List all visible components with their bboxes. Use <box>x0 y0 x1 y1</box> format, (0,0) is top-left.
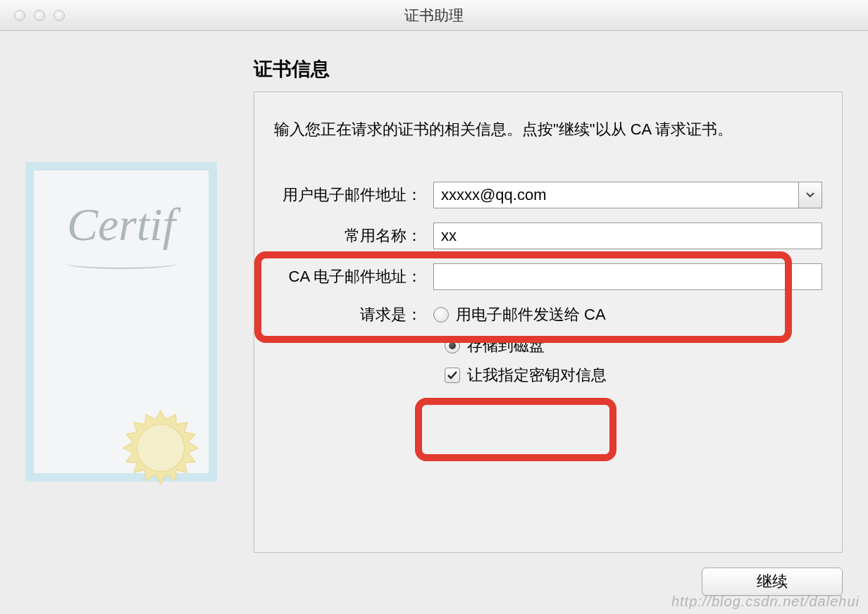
window-title: 证书助理 <box>0 6 868 25</box>
radio-icon <box>445 338 460 353</box>
label-request-is: 请求是： <box>274 304 433 325</box>
traffic-lights <box>0 10 65 21</box>
radio-save-to-disk[interactable]: 存储到磁盘 <box>445 335 822 356</box>
form-panel: 输入您正在请求的证书的相关信息。点按"继续"以从 CA 请求证书。 用户电子邮件… <box>254 92 843 553</box>
label-common-name: 常用名称： <box>274 225 433 246</box>
checkmark-icon <box>447 370 458 381</box>
radio-save-to-disk-label: 存储到磁盘 <box>467 335 545 356</box>
radio-icon <box>433 307 449 322</box>
label-ca-email: CA 电子邮件地址： <box>274 266 433 287</box>
svg-point-0 <box>137 425 184 472</box>
certificate-seal-icon <box>111 406 210 504</box>
label-user-email: 用户电子邮件地址： <box>274 184 433 206</box>
content-area: Certif 证书信息 输入您正在请求的证书的相关信息。点按"继续"以从 CA … <box>0 31 868 553</box>
continue-button[interactable]: 继续 <box>702 568 843 596</box>
certificate-script-text: Certif <box>67 201 175 248</box>
user-email-dropdown-button[interactable] <box>798 182 822 208</box>
checkbox-specify-keypair[interactable]: 让我指定密钥对信息 <box>445 365 822 386</box>
annotation-highlight-options <box>415 398 616 461</box>
row-user-email: 用户电子邮件地址： <box>274 182 822 208</box>
certificate-underline <box>65 258 178 269</box>
titlebar: 证书助理 <box>0 0 868 31</box>
page-heading: 证书信息 <box>254 56 843 82</box>
checkbox-specify-keypair-label: 让我指定密钥对信息 <box>467 365 607 386</box>
close-window-button[interactable] <box>14 10 25 21</box>
row-request-is: 请求是： 用电子邮件发送给 CA <box>274 304 822 325</box>
watermark-text: http://blog.csdn.net/dalehui <box>671 594 860 610</box>
row-common-name: 常用名称： <box>274 223 822 249</box>
user-email-combobox[interactable] <box>433 182 822 208</box>
minimize-window-button[interactable] <box>34 10 45 21</box>
footer: 继续 <box>702 568 843 596</box>
instructions-text: 输入您正在请求的证书的相关信息。点按"继续"以从 CA 请求证书。 <box>274 118 822 141</box>
illustration-column: Certif <box>25 56 231 553</box>
user-email-input[interactable] <box>433 182 798 208</box>
radio-email-to-ca-label: 用电子邮件发送给 CA <box>456 304 606 325</box>
certificate-illustration: Certif <box>25 162 217 482</box>
checkbox-icon <box>445 368 460 383</box>
zoom-window-button[interactable] <box>54 10 65 21</box>
form-column: 证书信息 输入您正在请求的证书的相关信息。点按"继续"以从 CA 请求证书。 用… <box>254 56 843 553</box>
row-ca-email: CA 电子邮件地址： <box>274 263 822 290</box>
chevron-down-icon <box>806 192 814 198</box>
radio-email-to-ca[interactable]: 用电子邮件发送给 CA <box>433 304 822 325</box>
common-name-input[interactable] <box>433 223 822 249</box>
ca-email-input[interactable] <box>433 263 822 290</box>
request-options-group: 存储到磁盘 让我指定密钥对信息 <box>274 335 822 386</box>
